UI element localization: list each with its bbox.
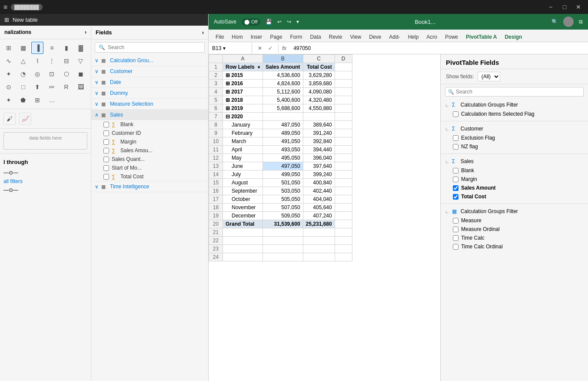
formula-cancel-btn[interactable]: ✕: [256, 44, 264, 53]
pivot-group-header-sales[interactable]: ∟ Σ Sales: [441, 157, 588, 166]
field-checkbox-margin[interactable]: [103, 139, 109, 145]
field-item-totalcost[interactable]: ∑ Total Cost: [91, 172, 208, 181]
viz-icon-treemap[interactable]: ⊡: [46, 68, 58, 80]
cell-19C[interactable]: 407,240: [303, 212, 335, 220]
show-fields-select[interactable]: (All): [478, 72, 500, 81]
cell-15B[interactable]: 501,050: [263, 179, 303, 187]
close-button[interactable]: ✕: [572, 1, 585, 13]
filter-dropdown-icon[interactable]: ▾: [258, 65, 260, 70]
cell-22B[interactable]: [263, 237, 303, 245]
cell-5B[interactable]: 5,400,600: [263, 96, 303, 104]
field-group-header-timeintel[interactable]: ∨ ▦ Time Intelligence: [91, 181, 208, 192]
cell-24C[interactable]: [303, 253, 335, 261]
pivot-group-header-calc[interactable]: ∟ Σ Calculation Groups Filter: [441, 100, 588, 110]
viz-icon-line[interactable]: ∿: [3, 55, 15, 67]
cell-6A[interactable]: ⊞ 2019: [223, 104, 263, 113]
cell-2C[interactable]: 3,629,280: [303, 71, 335, 80]
viz-icon-shape[interactable]: R: [60, 81, 73, 93]
cell-23C[interactable]: [303, 245, 335, 253]
field-group-header-dummy[interactable]: ∨ ▦ Dummy: [91, 88, 208, 98]
cell-21C[interactable]: [303, 228, 335, 237]
viz-icon-more[interactable]: …: [46, 94, 58, 106]
format-icon[interactable]: 🖌: [3, 113, 16, 125]
tab-file[interactable]: File: [212, 32, 227, 42]
cell-4C[interactable]: 4,090,080: [303, 88, 335, 96]
field-group-header-sales[interactable]: ∧ ▦ Sales: [91, 110, 208, 120]
cell-7A[interactable]: ⊟ 2020: [223, 113, 263, 121]
viz-icon-area[interactable]: △: [17, 55, 29, 67]
tab-design[interactable]: Design: [501, 32, 525, 42]
pivot-field-margin[interactable]: Margin: [441, 175, 588, 184]
tab-developer[interactable]: Deve: [365, 32, 385, 42]
pivot-checkbox-measure-ordinal[interactable]: [453, 227, 458, 232]
pivot-field-measure[interactable]: Measure: [441, 216, 588, 225]
pivot-field-measure-ordinal[interactable]: Measure Ordinal: [441, 225, 588, 234]
pivot-checkbox-time-calc-ordinal[interactable]: [453, 244, 458, 250]
cell-5A[interactable]: ⊞ 2018: [223, 96, 263, 104]
cell-12B[interactable]: 495,050: [263, 154, 303, 162]
viz-expand-icon[interactable]: ›: [85, 29, 86, 35]
field-item-blank[interactable]: ∑ Blank: [91, 120, 208, 129]
cell-8B[interactable]: 487,050: [263, 121, 303, 129]
cell-15A[interactable]: August: [223, 179, 263, 187]
pivot-checkbox-sales-amount[interactable]: [453, 185, 458, 191]
cell-14B[interactable]: 499,050: [263, 170, 303, 179]
cell-6B[interactable]: 5,688,600: [263, 104, 303, 113]
field-group-header-measure[interactable]: ∨ ▦ Measure Selection: [91, 99, 208, 109]
pivot-search-input[interactable]: [456, 89, 581, 95]
cell-9C[interactable]: 391,240: [303, 129, 335, 137]
field-checkbox-salesamount[interactable]: [103, 148, 109, 154]
field-group-header-customer[interactable]: ∨ ▦ Customer: [91, 66, 208, 77]
field-checkbox-totalcost[interactable]: [103, 174, 109, 180]
viz-icon-scatter[interactable]: ✦: [3, 68, 15, 80]
maximize-button[interactable]: □: [558, 1, 571, 13]
tab-acrobat[interactable]: Acro: [423, 32, 441, 42]
tab-power[interactable]: Powe: [442, 32, 462, 42]
viz-icon-card[interactable]: □: [17, 81, 29, 93]
pivot-group-header-calc2[interactable]: ∟ ▦ Calculation Groups Filter: [441, 207, 588, 216]
field-group-header-calc[interactable]: ∨ ▦ Calculation Grou...: [91, 55, 208, 66]
fields-expand-icon[interactable]: ›: [202, 29, 204, 36]
viz-icon-slicer[interactable]: ≔: [46, 81, 58, 93]
quick-access-more[interactable]: ▾: [296, 19, 299, 25]
pivot-group-header-customer[interactable]: ∟ Σ Customer: [441, 124, 588, 134]
cell-19B[interactable]: 509,050: [263, 212, 303, 220]
tab-review[interactable]: Revie: [326, 32, 346, 42]
cell-2A[interactable]: ⊞ 2015: [223, 71, 263, 80]
pivot-field-exclusion[interactable]: Exclusion Flag: [441, 134, 588, 142]
pivot-checkbox-nzflag[interactable]: [453, 144, 458, 150]
col-header-C[interactable]: C: [303, 55, 335, 63]
viz-icon-filled-map[interactable]: ◼: [75, 68, 87, 80]
cell-6C[interactable]: 4,550,880: [303, 104, 335, 113]
pivot-checkbox-margin[interactable]: [453, 177, 458, 182]
tab-home[interactable]: Hom: [228, 32, 246, 42]
cell-11A[interactable]: April: [223, 146, 263, 154]
viz-icon-stacked[interactable]: ≡: [46, 42, 58, 54]
cell-17B[interactable]: 505,050: [263, 195, 303, 204]
cell-8A[interactable]: January: [223, 121, 263, 129]
fields-search-input[interactable]: [108, 44, 201, 50]
pivot-field-calc-items[interactable]: Calculation Items Selected Flag: [441, 110, 588, 118]
viz-icon-funnel[interactable]: ▽: [75, 55, 87, 67]
cell-3C[interactable]: 3,859,680: [303, 80, 335, 88]
cell-5C[interactable]: 4,320,480: [303, 96, 335, 104]
cell-9B[interactable]: 489,050: [263, 129, 303, 137]
viz-icon-smart[interactable]: ⬟: [17, 94, 29, 106]
cell-11C[interactable]: 394,440: [303, 146, 335, 154]
cell-12C[interactable]: 396,040: [303, 154, 335, 162]
col-header-D[interactable]: D: [335, 55, 352, 63]
tab-help[interactable]: Help: [405, 32, 422, 42]
tab-view[interactable]: View: [346, 32, 365, 42]
cell-24B[interactable]: [263, 253, 303, 261]
spreadsheet-area[interactable]: A B C D 1 Row Labels ▾: [209, 54, 440, 381]
save-icon[interactable]: 💾: [266, 19, 272, 25]
cell-14C[interactable]: 399,240: [303, 170, 335, 179]
cell-4A[interactable]: ⊞ 2017: [223, 88, 263, 96]
pivot-checkbox-blank[interactable]: [453, 168, 458, 174]
cell-23A[interactable]: [223, 245, 263, 253]
cell-20B[interactable]: 31,539,600: [263, 220, 303, 228]
analytics-icon[interactable]: 📈: [19, 113, 31, 125]
field-item-salesqty[interactable]: Sales Quant...: [91, 155, 208, 164]
pivot-checkbox-measure[interactable]: [453, 218, 458, 224]
cell-1B[interactable]: Sales Amount: [263, 63, 303, 71]
